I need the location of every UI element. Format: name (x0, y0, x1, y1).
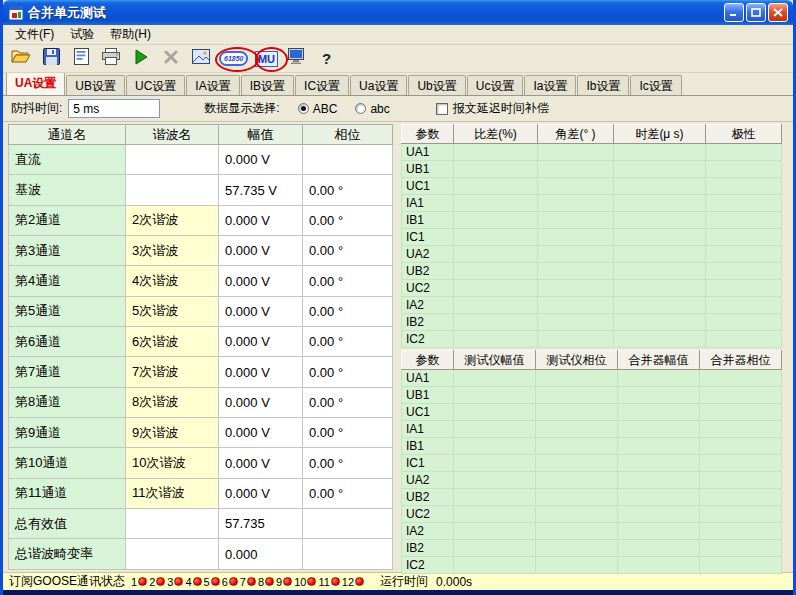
col-header-param[interactable]: 参数 (402, 125, 454, 144)
param-row-IB1[interactable]: IB1 (402, 438, 782, 455)
col-header-tester-amplitude[interactable]: 测试仪幅值 (454, 351, 536, 370)
question-mark-icon: ? (322, 50, 331, 67)
param-row-UC2[interactable]: UC2 (402, 280, 782, 297)
harmonic-table-row[interactable]: 总谐波畸变率0.000 (9, 539, 393, 570)
param-row-IB1[interactable]: IB1 (402, 212, 782, 229)
harmonic-table-row[interactable]: 第2通道2次谐波0.000 V0.00 ° (9, 205, 393, 235)
run-button[interactable] (129, 47, 153, 71)
goose-channel-6: 6 (222, 576, 238, 588)
col-header-ratio-error[interactable]: 比差(%) (454, 125, 538, 144)
red-status-dot-icon (355, 577, 364, 586)
param-row-UA2[interactable]: UA2 (402, 246, 782, 263)
menu-test[interactable]: 试验 (62, 24, 102, 45)
maximize-button[interactable] (746, 3, 766, 22)
col-header-merger-phase[interactable]: 合并器相位 (700, 351, 782, 370)
param-value-cell (614, 195, 706, 212)
harmonic-table-row[interactable]: 总有效值57.735 (9, 509, 393, 539)
message-monitor-button[interactable] (189, 47, 213, 71)
param-row-UC2[interactable]: UC2 (402, 506, 782, 523)
col-header-phase[interactable]: 相位 (303, 125, 393, 145)
iec61850-button[interactable]: 61850 (219, 47, 248, 71)
harmonic-table-row[interactable]: 第5通道5次谐波0.000 V0.00 ° (9, 296, 393, 326)
report-button[interactable] (69, 47, 93, 71)
close-button[interactable] (768, 3, 788, 22)
harmonic-table-row[interactable]: 第4通道4次谐波0.000 V0.00 ° (9, 266, 393, 296)
title-bar[interactable]: 合并单元测试 (3, 0, 793, 25)
col-header-harmonic[interactable]: 谐波名 (126, 125, 219, 145)
harmonic-table-row[interactable]: 直流0.000 V (9, 145, 393, 175)
goose-channel-7: 7 (240, 576, 256, 588)
col-header-merger-amplitude[interactable]: 合并器幅值 (618, 351, 700, 370)
param-row-IA1[interactable]: IA1 (402, 195, 782, 212)
param-row-UB2[interactable]: UB2 (402, 263, 782, 280)
radio-abc-upper[interactable]: ABC (298, 102, 338, 116)
param-row-UA1[interactable]: UA1 (402, 370, 782, 387)
param-row-IC2[interactable]: IC2 (402, 557, 782, 574)
save-button[interactable] (39, 47, 63, 71)
radio-abc-lower[interactable]: abc (355, 102, 389, 116)
param-row-IC1[interactable]: IC1 (402, 229, 782, 246)
harmonic-table-row[interactable]: 第7通道7次谐波0.000 V0.00 ° (9, 357, 393, 387)
tab-IC设置[interactable]: IC设置 (295, 75, 349, 95)
monitor-button[interactable] (284, 47, 308, 71)
red-status-dot-icon (307, 577, 316, 586)
col-header-time-error[interactable]: 时差(μ s) (614, 125, 706, 144)
tab-IA设置[interactable]: IA设置 (186, 75, 239, 95)
param-row-IB2[interactable]: IB2 (402, 314, 782, 331)
mu-button[interactable]: MU (254, 47, 278, 71)
harmonic-table-row[interactable]: 第10通道10次谐波0.000 V0.00 ° (9, 448, 393, 478)
col-header-param2[interactable]: 参数 (402, 351, 454, 370)
harmonic-table-row[interactable]: 第8通道8次谐波0.000 V0.00 ° (9, 387, 393, 417)
col-header-angle-error[interactable]: 角差(° ) (538, 125, 614, 144)
menu-file[interactable]: 文件(F) (7, 24, 62, 45)
col-header-tester-phase[interactable]: 测试仪相位 (536, 351, 618, 370)
param-row-IC2[interactable]: IC2 (402, 331, 782, 348)
tab-Ub设置[interactable]: Ub设置 (408, 75, 465, 95)
param-value-cell (706, 263, 782, 280)
col-header-polarity[interactable]: 极性 (706, 125, 782, 144)
param-value-cell (700, 540, 782, 557)
minimize-button[interactable] (724, 3, 744, 22)
error-table-body: UA1UB1UC1IA1IB1IC1UA2UB2UC2IA2IB2IC2 (402, 144, 782, 348)
channel-number: 1 (131, 576, 137, 588)
tab-Uc设置[interactable]: Uc设置 (467, 75, 524, 95)
param-row-UC1[interactable]: UC1 (402, 404, 782, 421)
param-name-cell: UC2 (402, 280, 454, 297)
param-value-cell (454, 212, 538, 229)
tab-Ua设置[interactable]: Ua设置 (350, 75, 407, 95)
param-row-UA1[interactable]: UA1 (402, 144, 782, 161)
tab-UA设置[interactable]: UA设置 (6, 72, 65, 95)
param-row-UC1[interactable]: UC1 (402, 178, 782, 195)
tab-Ib设置[interactable]: Ib设置 (577, 75, 629, 95)
col-header-amplitude[interactable]: 幅值 (219, 125, 303, 145)
menu-help[interactable]: 帮助(H) (102, 24, 159, 45)
help-button[interactable]: ? (314, 47, 338, 71)
harmonic-table-row[interactable]: 基波57.735 V0.00 ° (9, 175, 393, 205)
tab-UB设置[interactable]: UB设置 (66, 75, 125, 95)
harmonic-table-row[interactable]: 第6通道6次谐波0.000 V0.00 ° (9, 327, 393, 357)
print-button[interactable] (99, 47, 123, 71)
param-row-UB2[interactable]: UB2 (402, 489, 782, 506)
param-row-IB2[interactable]: IB2 (402, 540, 782, 557)
col-header-channel[interactable]: 通道名 (9, 125, 126, 145)
param-row-UA2[interactable]: UA2 (402, 472, 782, 489)
harmonic-table-row[interactable]: 第9通道9次谐波0.000 V0.00 ° (9, 418, 393, 448)
param-row-IA1[interactable]: IA1 (402, 421, 782, 438)
open-button[interactable] (9, 47, 33, 71)
harmonic-table-row[interactable]: 第11通道11次谐波0.000 V0.00 ° (9, 478, 393, 508)
param-row-IA2[interactable]: IA2 (402, 297, 782, 314)
param-row-UB1[interactable]: UB1 (402, 387, 782, 404)
stop-button[interactable] (159, 47, 183, 71)
param-row-IA2[interactable]: IA2 (402, 523, 782, 540)
tab-UC设置[interactable]: UC设置 (126, 75, 185, 95)
param-value-cell (538, 229, 614, 246)
harmonic-table-row[interactable]: 第3通道3次谐波0.000 V0.00 ° (9, 236, 393, 266)
tab-Ic设置[interactable]: Ic设置 (630, 75, 681, 95)
delay-compensation-checkbox[interactable]: 报文延迟时间补偿 (436, 100, 549, 117)
param-row-IC1[interactable]: IC1 (402, 455, 782, 472)
param-row-UB1[interactable]: UB1 (402, 161, 782, 178)
tab-Ia设置[interactable]: Ia设置 (524, 75, 576, 95)
param-value-cell (614, 246, 706, 263)
tab-IB设置[interactable]: IB设置 (241, 75, 294, 95)
debounce-time-input[interactable] (68, 99, 160, 118)
